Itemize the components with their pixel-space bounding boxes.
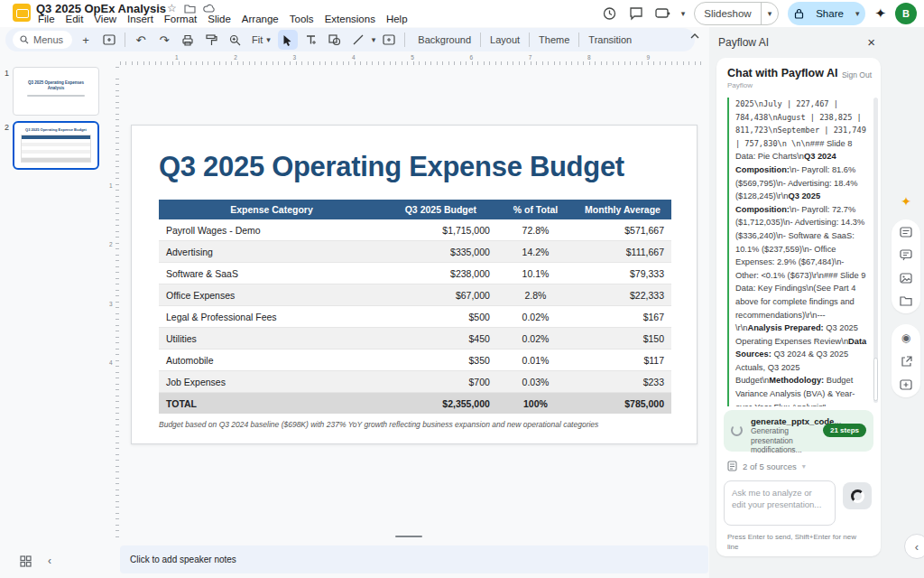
slide-page[interactable]: Q3 2025 Operating Expense Budget Expense… xyxy=(131,125,698,444)
search-icon xyxy=(20,35,29,44)
table-cell: TOTAL xyxy=(159,393,384,415)
table-cell: $700 xyxy=(384,371,497,393)
notes-drag-handle[interactable] xyxy=(395,536,422,537)
insert-image-icon[interactable] xyxy=(379,30,399,50)
image-icon[interactable] xyxy=(900,273,912,284)
slides-app-icon[interactable] xyxy=(13,4,31,22)
menu-insert[interactable]: Insert xyxy=(122,13,159,25)
text-box-tool[interactable] xyxy=(301,30,321,50)
share-caret-icon[interactable]: ▾ xyxy=(849,9,866,18)
menu-slide[interactable]: Slide xyxy=(202,13,236,25)
thumbnail-title: Q3 2025 Operating Expense Budget xyxy=(14,127,97,132)
table-cell: 14.2% xyxy=(497,241,574,263)
zoom-fit-select[interactable]: Fit ▾ xyxy=(248,34,274,45)
app-window: Q3 2025 OpEx Analysis ☆ FileEditViewInse… xyxy=(0,0,924,578)
share-button[interactable]: Share ▾ xyxy=(788,2,865,25)
table-cell: $22,333 xyxy=(574,284,671,306)
table-row: Legal & Professional Fees$5000.02%$167 xyxy=(159,306,671,328)
divider xyxy=(125,33,125,47)
add-image-icon[interactable] xyxy=(900,379,912,390)
collapse-filmstrip-icon[interactable]: ‹ xyxy=(48,555,51,567)
layout-button[interactable]: Layout xyxy=(483,34,527,45)
slideshow-caret-icon[interactable]: ▾ xyxy=(762,9,779,18)
table-cell: Advertising xyxy=(159,241,384,263)
present-caret-icon[interactable]: ▾ xyxy=(681,9,686,18)
table-row: Advertising$335,00014.2%$111,667 xyxy=(159,241,671,263)
menu-help[interactable]: Help xyxy=(381,13,413,25)
line-tool[interactable] xyxy=(348,30,368,50)
line-tool-caret-icon[interactable]: ▾ xyxy=(372,35,376,44)
print-icon[interactable] xyxy=(178,30,198,50)
theme-button[interactable]: Theme xyxy=(531,34,577,45)
menus-search-label: Menus xyxy=(33,34,63,45)
table-cell: 0.02% xyxy=(497,328,574,350)
redo-icon[interactable]: ↷ xyxy=(154,30,174,50)
slide-thumbnail-1[interactable]: Q3 2025 Operating Expenses Analysis xyxy=(13,67,99,116)
record-icon[interactable]: ◉ xyxy=(901,331,910,344)
chat-scrollbar-thumb[interactable] xyxy=(873,358,878,401)
speaker-notes[interactable]: Click to add speaker notes xyxy=(120,545,708,573)
table-cell: $350 xyxy=(384,350,497,371)
move-folder-icon[interactable] xyxy=(184,4,196,14)
menu-edit[interactable]: Edit xyxy=(60,13,89,25)
collapse-toolbar-icon[interactable] xyxy=(689,33,700,40)
menu-view[interactable]: View xyxy=(88,13,122,25)
sign-out-link[interactable]: Sign Out xyxy=(842,70,872,79)
slideshow-button[interactable]: Slideshow ▾ xyxy=(694,2,779,25)
magic-wand-icon[interactable]: ✦ xyxy=(892,194,920,209)
zoom-icon[interactable] xyxy=(225,30,245,50)
menu-file[interactable]: File xyxy=(32,13,60,25)
fit-caret-icon: ▾ xyxy=(266,35,271,44)
table-cell: 0.01% xyxy=(497,350,574,371)
collapse-panel-button[interactable]: ‹ xyxy=(904,534,924,559)
folder-icon[interactable] xyxy=(900,295,912,306)
gemini-sparkle-icon[interactable]: ✦ xyxy=(874,5,886,22)
table-cell: $571,667 xyxy=(574,219,671,241)
table-row: Utilities$4500.02%$150 xyxy=(159,328,671,350)
menu-arrange[interactable]: Arrange xyxy=(236,13,284,25)
ruler-number: 8 xyxy=(587,54,591,61)
chat-scrollbar xyxy=(873,98,878,403)
slide-thumbnail-2[interactable]: Q3 2025 Operating Expense Budget xyxy=(13,121,99,170)
table-cell: $1,715,000 xyxy=(384,219,497,241)
vertical-ruler: 1234 xyxy=(110,67,119,542)
slide-title[interactable]: Q3 2025 Operating Expense Budget xyxy=(159,151,624,183)
ruler-number: 2 xyxy=(234,54,237,61)
account-avatar[interactable]: B xyxy=(895,3,917,24)
select-cursor-tool[interactable] xyxy=(278,30,298,50)
comments-icon[interactable] xyxy=(627,5,645,23)
table-cell: Utilities xyxy=(159,328,384,350)
new-slide-plus-icon[interactable]: + xyxy=(76,30,96,50)
menu-format[interactable]: Format xyxy=(159,13,202,25)
menus-search[interactable]: Menus xyxy=(13,31,72,49)
background-button[interactable]: Background xyxy=(411,34,478,45)
chat-bubble-icon[interactable] xyxy=(900,249,912,261)
grid-view-icon[interactable] xyxy=(20,555,32,567)
sidebar-title: Payflow AI xyxy=(718,36,769,49)
table-cell: 10.1% xyxy=(497,263,574,284)
export-icon[interactable] xyxy=(901,356,912,368)
undo-icon[interactable]: ↶ xyxy=(131,30,151,50)
ruler-number: 9 xyxy=(646,54,650,61)
table-header-row: Expense CategoryQ3 2025 Budget% of Total… xyxy=(159,200,671,219)
version-history-icon[interactable] xyxy=(600,5,618,23)
extension-rail: ✦ ◉ xyxy=(892,194,920,408)
send-button[interactable] xyxy=(843,482,872,509)
paint-format-icon[interactable] xyxy=(201,30,221,50)
cloud-status-icon[interactable] xyxy=(203,4,216,13)
transition-button[interactable]: Transition xyxy=(581,34,639,45)
slide-footnote[interactable]: Budget based on Q3 2024 baseline ($698K)… xyxy=(159,420,598,429)
new-slide-layout-icon[interactable] xyxy=(99,30,119,50)
sources-row[interactable]: 2 of 5 sources ▾ xyxy=(727,461,870,471)
shape-tool[interactable] xyxy=(325,30,345,50)
menu-tools[interactable]: Tools xyxy=(284,13,319,25)
form-icon[interactable] xyxy=(900,227,912,238)
table-cell: $79,333 xyxy=(574,263,671,284)
menu-extensions[interactable]: Extensions xyxy=(319,13,381,25)
budget-table[interactable]: Expense CategoryQ3 2025 Budget% of Total… xyxy=(159,200,671,414)
fit-label: Fit xyxy=(252,34,263,45)
chat-input[interactable]: Ask me to analyze or edit your presentat… xyxy=(724,480,836,526)
close-icon[interactable]: × xyxy=(867,34,875,50)
table-cell: Payroll Wages - Demo xyxy=(159,219,384,241)
present-to-meeting-icon[interactable] xyxy=(654,5,672,23)
